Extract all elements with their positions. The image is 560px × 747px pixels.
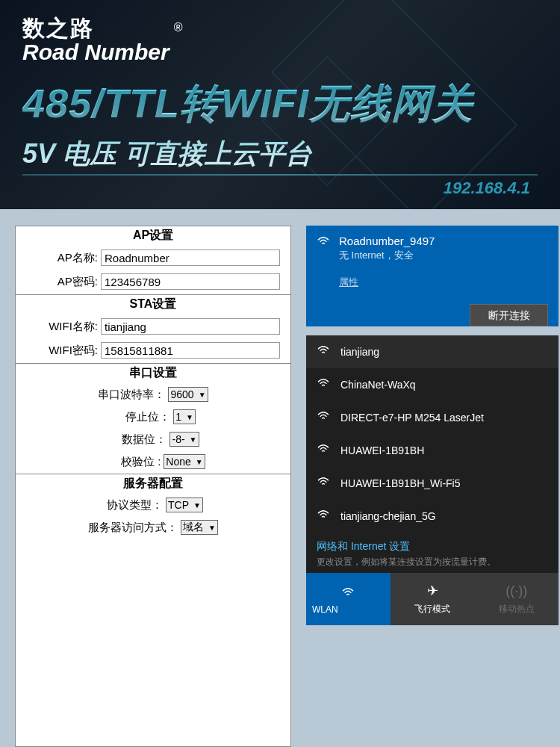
airplane-tile[interactable]: ✈ 飞行模式 bbox=[391, 573, 475, 625]
wifi-secure-icon bbox=[317, 236, 332, 249]
wifi-secure-icon bbox=[317, 509, 332, 523]
wifi-item[interactable]: HUAWEI-1B91BH bbox=[306, 434, 559, 467]
wifi-secure-icon bbox=[317, 444, 332, 457]
network-settings-link[interactable]: 网络和 Internet 设置 bbox=[317, 540, 548, 554]
wifi-secure-icon bbox=[317, 411, 332, 424]
connected-ssid: Roadnumber_9497 bbox=[339, 235, 435, 247]
airplane-icon: ✈ bbox=[427, 583, 438, 599]
ap-pass-input[interactable] bbox=[101, 273, 280, 290]
chevron-down-icon: ▼ bbox=[190, 436, 197, 444]
properties-link[interactable]: 属性 bbox=[339, 276, 435, 289]
brand-logo: 数之路 Road Number ® bbox=[22, 13, 538, 65]
ap-name-input[interactable] bbox=[101, 249, 280, 266]
access-select[interactable]: 域名▼ bbox=[181, 520, 218, 535]
wifi-item[interactable]: HUAWEI-1B91BH_Wi-Fi5 bbox=[306, 467, 559, 500]
registered-mark: ® bbox=[174, 21, 183, 34]
tile-label: 移动热点 bbox=[499, 603, 535, 616]
disconnect-button[interactable]: 断开连接 bbox=[470, 304, 548, 326]
wlan-tile[interactable]: WLAN bbox=[306, 573, 391, 625]
data-label: 数据位： bbox=[107, 433, 167, 447]
brand-en: Road Number bbox=[22, 40, 169, 65]
wifi-secure-icon bbox=[317, 378, 332, 391]
wifi-list: tianjiang ChinaNet-WaXq DIRECT-e7-HP M25… bbox=[306, 335, 559, 533]
parity-select[interactable]: None▼ bbox=[164, 454, 205, 469]
wifi-item[interactable]: ChinaNet-WaXq bbox=[306, 368, 559, 401]
chevron-down-icon: ▼ bbox=[193, 501, 201, 509]
wifi-item[interactable]: DIRECT-e7-HP M254 LaserJet bbox=[306, 401, 559, 434]
ip-address: 192.168.4.1 bbox=[22, 179, 538, 198]
wifi-icon bbox=[341, 584, 355, 601]
baud-label: 串口波特率： bbox=[98, 388, 165, 402]
access-label: 服务器访问方式： bbox=[88, 521, 178, 535]
ap-name-label: AP名称: bbox=[23, 251, 98, 265]
tile-label: 飞行模式 bbox=[414, 603, 450, 616]
wifi-secure-icon bbox=[317, 345, 332, 359]
chevron-down-icon: ▼ bbox=[186, 413, 193, 421]
product-title: 485/TTL转WIFI无线网关 bbox=[22, 77, 538, 131]
ssid-label: HUAWEI-1B91BH_Wi-Fi5 bbox=[340, 477, 461, 489]
network-settings-desc: 更改设置，例如将某连接设置为按流量计费。 bbox=[317, 556, 548, 568]
data-select[interactable]: -8-▼ bbox=[169, 432, 199, 447]
product-header: 数之路 Road Number ® 485/TTL转WIFI无线网关 5V 电压… bbox=[0, 0, 560, 209]
ap-pass-label: AP密码: bbox=[23, 275, 98, 289]
chevron-down-icon: ▼ bbox=[196, 458, 203, 466]
ssid-label: DIRECT-e7-HP M254 LaserJet bbox=[340, 412, 484, 424]
hotspot-icon: ((·)) bbox=[505, 583, 527, 599]
ssid-label: tianjiang bbox=[340, 346, 379, 358]
wifi-pass-label: WIFI密码: bbox=[23, 344, 98, 358]
connected-status: 无 Internet，安全 bbox=[339, 249, 435, 262]
ssid-label: HUAWEI-1B91BH bbox=[340, 444, 424, 456]
wifi-secure-icon bbox=[317, 477, 332, 490]
connected-network[interactable]: Roadnumber_9497 无 Internet，安全 属性 断开连接 bbox=[306, 226, 559, 326]
stop-label: 停止位： bbox=[111, 410, 170, 424]
chevron-down-icon: ▼ bbox=[208, 524, 216, 532]
content-area: AP设置 AP名称: AP密码: STA设置 WIFI名称: WIFI密码: 串… bbox=[0, 209, 560, 747]
serial-section-title: 串口设置 bbox=[16, 364, 290, 384]
chevron-down-icon: ▼ bbox=[199, 391, 206, 399]
wifi-pass-input[interactable] bbox=[101, 342, 280, 359]
quick-action-tiles: WLAN ✈ 飞行模式 ((·)) 移动热点 bbox=[306, 573, 559, 625]
wifi-name-input[interactable] bbox=[101, 318, 280, 335]
stop-select[interactable]: 1▼ bbox=[173, 409, 196, 424]
wifi-flyout: Roadnumber_9497 无 Internet，安全 属性 断开连接 ti… bbox=[306, 226, 559, 747]
config-panel: AP设置 AP名称: AP密码: STA设置 WIFI名称: WIFI密码: 串… bbox=[15, 226, 291, 747]
wifi-item[interactable]: tianjiang bbox=[306, 335, 559, 368]
product-subtitle: 5V 电压 可直接上云平台 bbox=[22, 136, 538, 173]
proto-label: 协议类型： bbox=[103, 498, 163, 512]
proto-select[interactable]: TCP▼ bbox=[166, 498, 203, 512]
hotspot-tile[interactable]: ((·)) 移动热点 bbox=[474, 573, 559, 625]
ap-section-title: AP设置 bbox=[16, 226, 290, 247]
sta-section-title: STA设置 bbox=[16, 295, 290, 315]
ssid-label: ChinaNet-WaXq bbox=[340, 379, 416, 391]
wifi-name-label: WIFI名称: bbox=[23, 320, 98, 334]
divider bbox=[22, 174, 538, 176]
baud-select[interactable]: 9600▼ bbox=[168, 387, 208, 402]
network-settings: 网络和 Internet 设置 更改设置，例如将某连接设置为按流量计费。 bbox=[306, 533, 559, 573]
ssid-label: tianjiang-chejian_5G bbox=[340, 510, 436, 522]
server-section-title: 服务器配置 bbox=[16, 474, 290, 495]
tile-label: WLAN bbox=[312, 604, 338, 615]
parity-label: 校验位 : bbox=[101, 455, 161, 469]
wifi-item[interactable]: tianjiang-chejian_5G bbox=[306, 500, 559, 533]
